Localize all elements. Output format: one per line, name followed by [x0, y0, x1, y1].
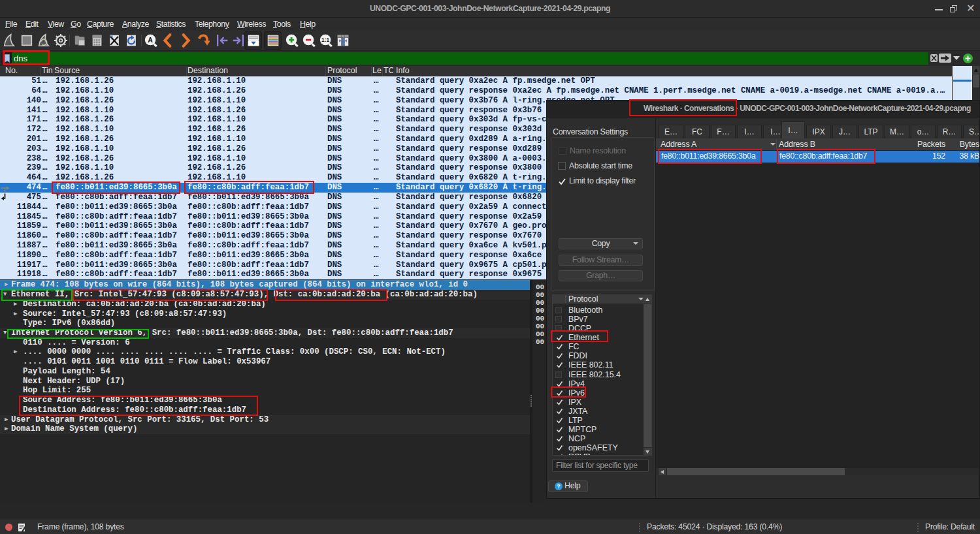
svg-text:A: A — [148, 36, 153, 44]
svg-text:1:1: 1:1 — [321, 37, 329, 43]
